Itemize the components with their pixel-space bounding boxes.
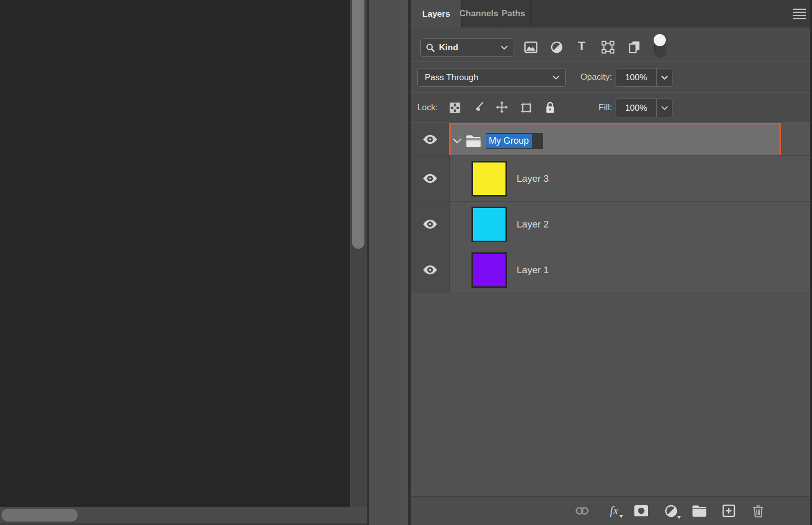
blend-mode-value: Pass Through [425,73,479,83]
fill-value[interactable]: 100% [616,103,656,113]
fx-dropdown-triangle [619,515,623,518]
layer-row[interactable]: Layer 1 [411,247,810,292]
eye-icon [422,134,438,145]
adjustment-dropdown-triangle [677,516,681,519]
layer-thumbnail[interactable] [471,207,507,242]
delete-layer-icon[interactable] [751,503,766,518]
group-row-content[interactable]: My Group [449,123,781,158]
new-layer-icon[interactable] [721,503,736,518]
lock-position-icon[interactable] [496,101,508,113]
search-icon [426,43,435,52]
layers-empty-area[interactable] [411,293,810,496]
blend-mode-dropdown[interactable]: Pass Through [417,68,566,87]
chevron-down-icon [553,76,559,80]
adjustment-layer-filter-icon[interactable] [550,41,563,54]
lock-transparency-icon[interactable] [449,102,461,114]
layer-name-input[interactable]: My Group [486,133,543,149]
tab-channels[interactable]: Channels [462,0,496,27]
opacity-label: Opacity: [566,72,612,82]
shape-layer-filter-icon[interactable] [601,41,615,54]
dock-gutter [369,0,408,525]
window-bottom-edge [0,523,367,525]
horizontal-scrollbar-thumb[interactable] [2,509,78,521]
group-folder-icon [465,135,482,147]
layer-name-selected-text: My Group [486,134,532,148]
vertical-scrollbar-thumb[interactable] [352,0,364,249]
fill-field[interactable]: 100% [616,99,672,117]
link-layers-icon[interactable] [574,503,590,518]
layer-name[interactable]: Layer 3 [517,173,549,184]
layer-row-group[interactable]: My Group [411,123,810,155]
fill-dropdown-button[interactable] [656,99,672,117]
visibility-toggle[interactable] [411,156,450,201]
type-layer-filter-icon[interactable]: T [575,40,588,53]
add-mask-icon[interactable] [633,503,649,518]
layer-name[interactable]: Layer 2 [517,219,549,230]
layer-row[interactable]: Layer 2 [411,201,810,247]
kind-filter-label: Kind [439,43,458,53]
fill-label: Fill: [566,103,612,113]
pixel-layer-filter-icon[interactable] [524,41,537,54]
visibility-toggle[interactable] [411,123,450,155]
filter-row: Kind T [411,27,810,62]
eye-icon [422,265,438,275]
layer-row[interactable]: Layer 3 [411,155,810,201]
panel-tab-bar: Layers Channels Paths [411,0,810,27]
adjustment-layer-icon[interactable] [663,503,679,518]
layers-panel: Layers Channels Paths Kind T [411,0,812,525]
lock-all-icon[interactable] [544,101,556,113]
tab-paths[interactable]: Paths [496,0,531,27]
layers-list: My Group Layer 3 Layer 2 [411,123,810,292]
lock-artboard-icon[interactable] [520,102,532,114]
kind-filter-dropdown[interactable]: Kind [420,38,514,57]
lock-row: Lock: Fill: 100% [411,93,810,123]
panel-right-edge [810,0,812,525]
blend-row: Pass Through Opacity: 100% [411,62,810,93]
layer-thumbnail[interactable] [471,161,507,196]
layer-thumbnail[interactable] [471,252,507,288]
opacity-field[interactable]: 100% [616,68,672,87]
new-group-icon[interactable] [692,503,707,518]
layer-style-icon[interactable]: fx [606,503,622,518]
panel-bottom-bar: fx [411,496,810,525]
smart-object-filter-icon[interactable] [628,41,641,54]
horizontal-scrollbar[interactable] [0,507,367,523]
opacity-value[interactable]: 100% [616,73,656,83]
visibility-toggle[interactable] [411,202,450,247]
tab-layers[interactable]: Layers [411,0,462,28]
document-canvas[interactable] [0,0,350,507]
filter-toggle-switch[interactable] [654,34,666,57]
layer-name[interactable]: Layer 1 [517,265,549,276]
lock-label: Lock: [417,103,438,113]
eye-icon [422,173,438,184]
opacity-dropdown-button[interactable] [656,69,672,86]
expand-chevron-icon[interactable] [453,138,462,144]
chevron-down-icon [501,46,507,50]
lock-pixels-icon[interactable] [472,101,484,113]
panel-menu-icon[interactable] [793,7,806,20]
visibility-toggle[interactable] [411,247,450,292]
eye-icon [422,219,438,229]
vertical-scrollbar[interactable] [350,0,367,525]
